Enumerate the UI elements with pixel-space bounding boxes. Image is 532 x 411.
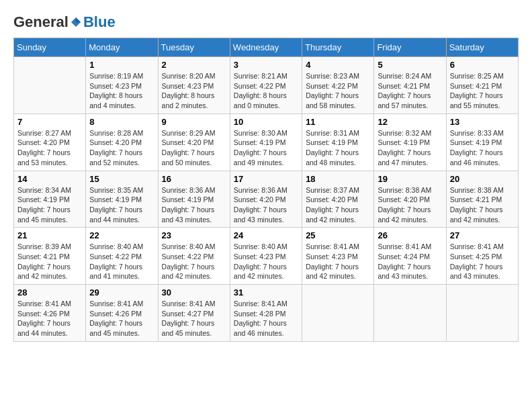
day-info: Sunrise: 8:27 AM Sunset: 4:20 PM Dayligh… bbox=[17, 128, 82, 168]
calendar-cell: 1Sunrise: 8:19 AM Sunset: 4:23 PM Daylig… bbox=[86, 57, 158, 114]
calendar-cell: 11Sunrise: 8:31 AM Sunset: 4:19 PM Dayli… bbox=[302, 113, 374, 171]
logo: General Blue bbox=[13, 13, 116, 31]
day-info: Sunrise: 8:36 AM Sunset: 4:19 PM Dayligh… bbox=[162, 185, 226, 225]
calendar-table: SundayMondayTuesdayWednesdayThursdayFrid… bbox=[13, 38, 519, 342]
day-number: 17 bbox=[234, 174, 298, 184]
calendar-cell: 28Sunrise: 8:41 AM Sunset: 4:26 PM Dayli… bbox=[14, 285, 86, 342]
day-number: 20 bbox=[450, 174, 515, 184]
calendar-week-row: 7Sunrise: 8:27 AM Sunset: 4:20 PM Daylig… bbox=[14, 113, 519, 171]
calendar-cell: 22Sunrise: 8:40 AM Sunset: 4:22 PM Dayli… bbox=[86, 228, 158, 285]
calendar-cell: 2Sunrise: 8:20 AM Sunset: 4:23 PM Daylig… bbox=[158, 57, 230, 114]
day-number: 4 bbox=[306, 60, 370, 70]
day-info: Sunrise: 8:34 AM Sunset: 4:19 PM Dayligh… bbox=[17, 185, 82, 225]
day-number: 1 bbox=[89, 60, 154, 70]
calendar-cell bbox=[14, 57, 86, 114]
day-number: 24 bbox=[234, 230, 298, 240]
calendar-cell: 10Sunrise: 8:30 AM Sunset: 4:19 PM Dayli… bbox=[230, 113, 302, 171]
calendar-cell: 16Sunrise: 8:36 AM Sunset: 4:19 PM Dayli… bbox=[158, 171, 230, 228]
day-info: Sunrise: 8:31 AM Sunset: 4:19 PM Dayligh… bbox=[306, 128, 370, 168]
day-number: 13 bbox=[450, 117, 515, 127]
day-info: Sunrise: 8:41 AM Sunset: 4:28 PM Dayligh… bbox=[234, 299, 298, 338]
day-info: Sunrise: 8:41 AM Sunset: 4:26 PM Dayligh… bbox=[89, 299, 154, 338]
day-number: 5 bbox=[378, 60, 442, 70]
day-number: 25 bbox=[306, 230, 370, 240]
page-header: General Blue bbox=[13, 13, 519, 31]
calendar-cell: 23Sunrise: 8:40 AM Sunset: 4:22 PM Dayli… bbox=[158, 228, 230, 285]
day-number: 19 bbox=[378, 174, 442, 184]
calendar-cell bbox=[302, 285, 374, 342]
day-of-week-header: Wednesday bbox=[230, 38, 302, 57]
day-number: 15 bbox=[89, 174, 154, 184]
day-number: 7 bbox=[17, 117, 82, 127]
day-number: 31 bbox=[234, 287, 298, 298]
day-of-week-header: Sunday bbox=[14, 38, 86, 57]
calendar-cell: 3Sunrise: 8:21 AM Sunset: 4:22 PM Daylig… bbox=[230, 57, 302, 114]
day-number: 29 bbox=[89, 287, 154, 298]
calendar-week-row: 14Sunrise: 8:34 AM Sunset: 4:19 PM Dayli… bbox=[14, 171, 519, 228]
calendar-cell bbox=[374, 285, 446, 342]
calendar-cell: 18Sunrise: 8:37 AM Sunset: 4:20 PM Dayli… bbox=[302, 171, 374, 228]
logo-icon bbox=[70, 16, 82, 28]
calendar-cell: 7Sunrise: 8:27 AM Sunset: 4:20 PM Daylig… bbox=[14, 113, 86, 171]
day-of-week-header: Saturday bbox=[446, 38, 518, 57]
calendar-cell: 19Sunrise: 8:38 AM Sunset: 4:20 PM Dayli… bbox=[374, 171, 446, 228]
day-number: 27 bbox=[450, 230, 515, 240]
calendar-cell: 30Sunrise: 8:41 AM Sunset: 4:27 PM Dayli… bbox=[158, 285, 230, 342]
logo-blue-text: Blue bbox=[83, 13, 116, 31]
day-number: 23 bbox=[162, 230, 226, 240]
calendar-cell: 21Sunrise: 8:39 AM Sunset: 4:21 PM Dayli… bbox=[14, 228, 86, 285]
day-info: Sunrise: 8:41 AM Sunset: 4:24 PM Dayligh… bbox=[378, 242, 442, 281]
day-number: 11 bbox=[306, 117, 370, 127]
day-number: 22 bbox=[89, 230, 154, 240]
calendar-cell: 5Sunrise: 8:24 AM Sunset: 4:21 PM Daylig… bbox=[374, 57, 446, 114]
day-number: 10 bbox=[234, 117, 298, 127]
calendar-cell: 9Sunrise: 8:29 AM Sunset: 4:20 PM Daylig… bbox=[158, 113, 230, 171]
day-info: Sunrise: 8:41 AM Sunset: 4:26 PM Dayligh… bbox=[17, 299, 82, 338]
day-number: 2 bbox=[162, 60, 226, 70]
calendar-cell: 4Sunrise: 8:23 AM Sunset: 4:22 PM Daylig… bbox=[302, 57, 374, 114]
day-number: 28 bbox=[17, 287, 82, 298]
day-of-week-header: Friday bbox=[374, 38, 446, 57]
calendar-cell: 17Sunrise: 8:36 AM Sunset: 4:20 PM Dayli… bbox=[230, 171, 302, 228]
day-number: 30 bbox=[162, 287, 226, 298]
day-number: 3 bbox=[234, 60, 298, 70]
logo-general-text: General bbox=[13, 13, 69, 31]
day-of-week-header: Thursday bbox=[302, 38, 374, 57]
calendar-cell: 31Sunrise: 8:41 AM Sunset: 4:28 PM Dayli… bbox=[230, 285, 302, 342]
day-info: Sunrise: 8:40 AM Sunset: 4:22 PM Dayligh… bbox=[162, 242, 226, 281]
day-info: Sunrise: 8:37 AM Sunset: 4:20 PM Dayligh… bbox=[306, 185, 370, 225]
calendar-cell: 25Sunrise: 8:41 AM Sunset: 4:23 PM Dayli… bbox=[302, 228, 374, 285]
day-info: Sunrise: 8:41 AM Sunset: 4:23 PM Dayligh… bbox=[306, 242, 370, 281]
day-info: Sunrise: 8:19 AM Sunset: 4:23 PM Dayligh… bbox=[89, 71, 154, 111]
day-of-week-header: Monday bbox=[86, 38, 158, 57]
calendar-week-row: 1Sunrise: 8:19 AM Sunset: 4:23 PM Daylig… bbox=[14, 57, 519, 114]
day-info: Sunrise: 8:29 AM Sunset: 4:20 PM Dayligh… bbox=[162, 128, 226, 168]
day-number: 18 bbox=[306, 174, 370, 184]
day-info: Sunrise: 8:40 AM Sunset: 4:23 PM Dayligh… bbox=[234, 242, 298, 281]
day-info: Sunrise: 8:41 AM Sunset: 4:25 PM Dayligh… bbox=[450, 242, 515, 281]
svg-marker-1 bbox=[76, 17, 81, 22]
day-info: Sunrise: 8:35 AM Sunset: 4:19 PM Dayligh… bbox=[89, 185, 154, 225]
day-info: Sunrise: 8:25 AM Sunset: 4:21 PM Dayligh… bbox=[450, 71, 515, 111]
calendar-cell: 27Sunrise: 8:41 AM Sunset: 4:25 PM Dayli… bbox=[446, 228, 518, 285]
day-number: 6 bbox=[450, 60, 515, 70]
day-number: 9 bbox=[162, 117, 226, 127]
day-number: 16 bbox=[162, 174, 226, 184]
calendar-cell: 29Sunrise: 8:41 AM Sunset: 4:26 PM Dayli… bbox=[86, 285, 158, 342]
calendar-cell: 12Sunrise: 8:32 AM Sunset: 4:19 PM Dayli… bbox=[374, 113, 446, 171]
day-info: Sunrise: 8:24 AM Sunset: 4:21 PM Dayligh… bbox=[378, 71, 442, 111]
calendar-header-row: SundayMondayTuesdayWednesdayThursdayFrid… bbox=[14, 38, 519, 57]
calendar-cell: 26Sunrise: 8:41 AM Sunset: 4:24 PM Dayli… bbox=[374, 228, 446, 285]
day-of-week-header: Tuesday bbox=[158, 38, 230, 57]
day-info: Sunrise: 8:38 AM Sunset: 4:20 PM Dayligh… bbox=[378, 185, 442, 225]
day-info: Sunrise: 8:38 AM Sunset: 4:21 PM Dayligh… bbox=[450, 185, 515, 225]
calendar-cell bbox=[446, 285, 518, 342]
calendar-cell: 20Sunrise: 8:38 AM Sunset: 4:21 PM Dayli… bbox=[446, 171, 518, 228]
calendar-week-row: 21Sunrise: 8:39 AM Sunset: 4:21 PM Dayli… bbox=[14, 228, 519, 285]
calendar-cell: 14Sunrise: 8:34 AM Sunset: 4:19 PM Dayli… bbox=[14, 171, 86, 228]
calendar-cell: 15Sunrise: 8:35 AM Sunset: 4:19 PM Dayli… bbox=[86, 171, 158, 228]
day-info: Sunrise: 8:41 AM Sunset: 4:27 PM Dayligh… bbox=[162, 299, 226, 338]
calendar-cell: 13Sunrise: 8:33 AM Sunset: 4:19 PM Dayli… bbox=[446, 113, 518, 171]
day-info: Sunrise: 8:28 AM Sunset: 4:20 PM Dayligh… bbox=[89, 128, 154, 168]
day-info: Sunrise: 8:21 AM Sunset: 4:22 PM Dayligh… bbox=[234, 71, 298, 111]
